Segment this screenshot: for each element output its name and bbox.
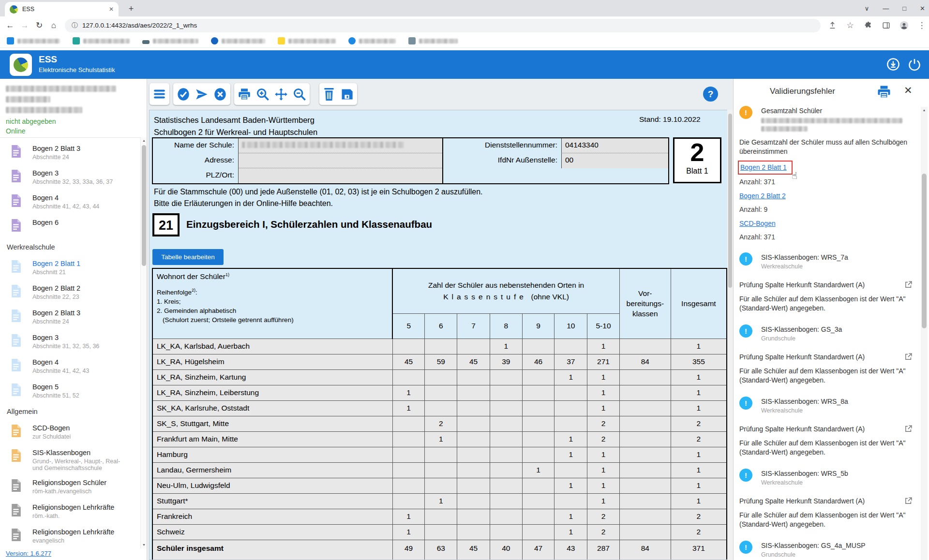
row-value-cell[interactable] bbox=[522, 416, 554, 431]
row-value-cell[interactable]: 1 bbox=[554, 524, 587, 540]
row-value-cell[interactable] bbox=[522, 524, 554, 540]
power-icon[interactable] bbox=[908, 58, 921, 71]
open-external-icon[interactable] bbox=[904, 425, 913, 433]
tab-close-icon[interactable]: ✕ bbox=[109, 6, 114, 13]
row-value-cell[interactable] bbox=[490, 369, 522, 385]
row-value-cell[interactable]: 2 bbox=[587, 524, 620, 540]
row-value-cell[interactable] bbox=[554, 385, 587, 400]
row-value-cell[interactable]: 1 bbox=[490, 339, 522, 354]
row-value-cell[interactable]: 1 bbox=[425, 493, 457, 509]
scroll-up-icon[interactable]: ▲ bbox=[921, 107, 928, 114]
sidebar-item-religionsbogen-lehrkr-fte[interactable]: Religionsbogen Lehrkräfteröm.-kath. bbox=[0, 503, 141, 521]
back-icon[interactable]: ← bbox=[3, 21, 17, 30]
menu-button[interactable] bbox=[150, 83, 169, 105]
row-value-cell[interactable]: 84 bbox=[619, 354, 671, 369]
bookmark-item[interactable] bbox=[348, 37, 396, 44]
bookmark-item[interactable] bbox=[142, 38, 198, 44]
share-icon[interactable] bbox=[827, 21, 837, 30]
row-value-cell[interactable] bbox=[619, 385, 671, 400]
row-value-cell[interactable]: 1 bbox=[671, 447, 727, 462]
row-value-cell[interactable]: 2 bbox=[671, 431, 727, 447]
help-button[interactable]: ? bbox=[703, 87, 718, 102]
row-value-cell[interactable] bbox=[522, 339, 554, 354]
row-value-cell[interactable] bbox=[457, 369, 490, 385]
sidebar-item-religionsbogen-lehrkr-fte[interactable]: Religionsbogen Lehrkräfteevangelisch bbox=[0, 528, 141, 545]
row-value-cell[interactable]: 1 bbox=[671, 369, 727, 385]
row-value-cell[interactable]: 1 bbox=[587, 478, 620, 493]
bookmark-item[interactable] bbox=[7, 37, 60, 44]
row-value-cell[interactable]: 1 bbox=[554, 478, 587, 493]
row-value-cell[interactable] bbox=[554, 493, 587, 509]
sidebar-item-scd-bogen[interactable]: SCD-Bogenzur Schuldatei bbox=[0, 424, 141, 442]
panel-scrollbar[interactable]: ▲ bbox=[921, 107, 928, 560]
row-value-cell[interactable] bbox=[619, 447, 671, 462]
row-value-cell[interactable] bbox=[619, 478, 671, 493]
row-value-cell[interactable] bbox=[619, 493, 671, 509]
row-value-cell[interactable] bbox=[490, 400, 522, 416]
row-value-cell[interactable] bbox=[619, 369, 671, 385]
row-value-cell[interactable] bbox=[392, 462, 425, 478]
row-value-cell[interactable] bbox=[490, 509, 522, 524]
row-value-cell[interactable] bbox=[619, 524, 671, 540]
reload-icon[interactable]: ↻ bbox=[32, 20, 46, 30]
row-value-cell[interactable]: 1 bbox=[392, 385, 425, 400]
side-panel-icon[interactable] bbox=[881, 21, 891, 30]
browser-tab[interactable]: ESS ✕ bbox=[5, 2, 119, 16]
open-external-icon[interactable] bbox=[904, 280, 913, 289]
row-value-cell[interactable]: 39 bbox=[490, 354, 522, 369]
row-value-cell[interactable]: 46 bbox=[522, 354, 554, 369]
row-value-cell[interactable] bbox=[490, 462, 522, 478]
row-value-cell[interactable]: 45 bbox=[457, 354, 490, 369]
scrollbar-thumb[interactable] bbox=[728, 114, 732, 288]
edit-table-button[interactable]: Tabelle bearbeiten bbox=[152, 249, 224, 265]
row-value-cell[interactable] bbox=[490, 385, 522, 400]
sidebar-item-bogen-4[interactable]: Bogen 4Abschnitte 41, 42, 43, 44 bbox=[0, 194, 141, 211]
row-value-cell[interactable]: 1 bbox=[587, 493, 620, 509]
row-value-cell[interactable]: 1 bbox=[392, 509, 425, 524]
sidebar-item-bogen-2-blatt-1[interactable]: Bogen 2 Blatt 1Abschnitt 21 bbox=[0, 260, 141, 277]
validate-check-icon[interactable] bbox=[177, 88, 190, 101]
sidebar-item-bogen-3[interactable]: Bogen 3Abschnitte 31, 32, 35, 36 bbox=[0, 334, 141, 351]
download-icon[interactable] bbox=[886, 58, 900, 71]
row-value-cell[interactable] bbox=[457, 509, 490, 524]
row-value-cell[interactable]: 1 bbox=[671, 462, 727, 478]
row-value-cell[interactable] bbox=[457, 431, 490, 447]
row-value-cell[interactable]: 2 bbox=[671, 416, 727, 431]
row-value-cell[interactable] bbox=[392, 478, 425, 493]
row-value-cell[interactable] bbox=[522, 447, 554, 462]
delete-trash-icon[interactable] bbox=[323, 88, 335, 101]
pan-move-icon[interactable] bbox=[274, 88, 288, 101]
ref-link[interactable]: SCD-Bogen bbox=[739, 220, 776, 227]
row-value-cell[interactable]: 2 bbox=[587, 431, 620, 447]
row-value-cell[interactable] bbox=[425, 447, 457, 462]
row-value-cell[interactable]: 355 bbox=[671, 354, 727, 369]
row-value-cell[interactable] bbox=[522, 431, 554, 447]
maximize-button[interactable]: □ bbox=[902, 5, 906, 12]
content-scrollbar[interactable] bbox=[727, 110, 733, 560]
row-value-cell[interactable] bbox=[619, 416, 671, 431]
row-value-cell[interactable] bbox=[457, 493, 490, 509]
office-number-field[interactable]: 04143340 bbox=[561, 138, 668, 153]
row-value-cell[interactable] bbox=[619, 462, 671, 478]
bookmark-item[interactable] bbox=[211, 37, 265, 44]
bookmark-star-icon[interactable]: ☆ bbox=[845, 21, 855, 30]
tab-search-chevron-icon[interactable]: ∨ bbox=[865, 5, 869, 12]
row-value-cell[interactable] bbox=[392, 431, 425, 447]
scrollbar-thumb[interactable] bbox=[922, 174, 927, 328]
row-value-cell[interactable]: 271 bbox=[587, 354, 620, 369]
row-value-cell[interactable]: 1 bbox=[522, 462, 554, 478]
bookmark-item[interactable] bbox=[278, 37, 336, 44]
row-value-cell[interactable] bbox=[522, 509, 554, 524]
address-field[interactable] bbox=[238, 153, 442, 168]
minimize-button[interactable]: — bbox=[883, 5, 889, 12]
row-value-cell[interactable] bbox=[392, 447, 425, 462]
row-value-cell[interactable] bbox=[457, 478, 490, 493]
row-value-cell[interactable] bbox=[457, 385, 490, 400]
row-value-cell[interactable] bbox=[425, 478, 457, 493]
row-value-cell[interactable]: 1 bbox=[554, 431, 587, 447]
row-value-cell[interactable] bbox=[522, 385, 554, 400]
scroll-down-icon[interactable]: ▼ bbox=[141, 542, 147, 548]
row-value-cell[interactable] bbox=[490, 493, 522, 509]
row-value-cell[interactable]: 1 bbox=[587, 339, 620, 354]
row-value-cell[interactable]: 1 bbox=[554, 369, 587, 385]
